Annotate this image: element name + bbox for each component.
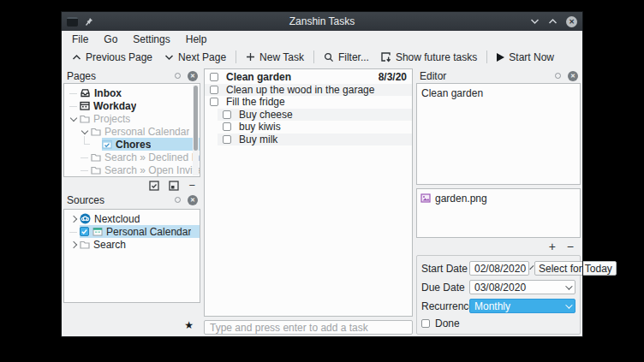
done-row: Done: [421, 317, 575, 329]
next-page-button[interactable]: Next Page: [158, 49, 232, 66]
task-checkbox[interactable]: [210, 86, 218, 94]
folder-icon: [91, 128, 101, 136]
float-panel-icon[interactable]: [555, 73, 561, 79]
editor-text-area[interactable]: Clean garden: [416, 83, 581, 185]
attachment-list[interactable]: garden.png: [416, 188, 581, 238]
sidebar-item-label: Personal Calendar: [101, 126, 189, 138]
chevron-right-icon[interactable]: [69, 212, 80, 225]
folder-icon: [80, 115, 90, 123]
due-date-field[interactable]: 03/08/2020: [469, 280, 575, 294]
titlebar[interactable]: Zanshin Tasks ✕: [62, 12, 582, 31]
chevron-down-icon: [565, 301, 572, 308]
source-item-nextcloud[interactable]: Nextcloud: [64, 212, 200, 225]
task-title: Clean garden: [218, 71, 375, 83]
attachment-item[interactable]: garden.png: [420, 192, 576, 205]
close-panel-icon[interactable]: ✕: [188, 195, 198, 205]
recurrence-label: Recurrence: [421, 300, 469, 312]
pin-icon[interactable]: [84, 17, 93, 27]
source-item-label: Nextcloud: [91, 213, 140, 225]
remove-attachment-button[interactable]: −: [567, 241, 574, 252]
close-panel-icon[interactable]: ✕: [188, 71, 198, 81]
show-future-tasks-button[interactable]: Show future tasks: [375, 49, 483, 66]
start-date-field[interactable]: 02/08/2020: [469, 261, 529, 276]
sidebar-item-inbox[interactable]: Inbox: [64, 86, 200, 99]
task-title: Buy cheese: [231, 109, 407, 121]
toolbar-separator: [236, 50, 236, 63]
chevron-down-icon: [530, 265, 534, 270]
close-button[interactable]: ✕: [566, 16, 577, 27]
branch-guide: [69, 86, 80, 99]
toolbar-separator: [486, 50, 487, 63]
sidebar-item-label: Search » Open Invitations: [101, 164, 200, 176]
task-checkbox[interactable]: [210, 98, 218, 106]
chevron-right-icon[interactable]: [69, 238, 80, 251]
due-date-value: 03/08/2020: [474, 282, 561, 294]
sidebar-item-label: Chores: [112, 139, 151, 151]
pages-scrollbar[interactable]: [193, 85, 199, 175]
task-title: Clean up the wood in the garage: [218, 84, 407, 96]
menu-go[interactable]: Go: [96, 32, 125, 47]
new-task-label: New Task: [259, 51, 304, 63]
sidebar-item-search-open[interactable]: Search » Open Invitations: [64, 163, 200, 176]
task-row[interactable]: Buy milk: [218, 134, 412, 146]
sidebar-item-label: Inbox: [91, 87, 122, 99]
checked-checkbox[interactable]: [80, 227, 89, 236]
chevron-down-icon[interactable]: [69, 112, 80, 125]
previous-page-button[interactable]: Previous Page: [66, 49, 158, 66]
source-item-personal-calendar[interactable]: Personal Calendar: [64, 225, 200, 238]
close-panel-icon[interactable]: ✕: [568, 71, 578, 81]
task-checkbox[interactable]: [223, 135, 231, 144]
calendar-week-icon: [80, 101, 90, 110]
add-task-input[interactable]: [204, 320, 413, 335]
attachment-buttons: + −: [416, 238, 581, 252]
pages-tree: Inbox Workday Projects: [63, 83, 200, 177]
zanshin-window: Zanshin Tasks ✕ File Go Settings Help Pr…: [62, 12, 582, 336]
filter-button[interactable]: Filter...: [318, 49, 375, 66]
add-attachment-button[interactable]: +: [549, 241, 556, 252]
add-context-icon[interactable]: [169, 181, 179, 191]
due-date-row: Due Date 03/08/2020: [421, 280, 575, 294]
task-checkbox[interactable]: [210, 73, 218, 81]
task-checkbox[interactable]: [223, 122, 231, 131]
float-panel-icon[interactable]: [175, 73, 181, 79]
future-tasks-icon: [381, 52, 391, 62]
next-page-label: Next Page: [178, 51, 226, 63]
minimize-button[interactable]: [530, 18, 540, 25]
done-checkbox[interactable]: [421, 319, 430, 328]
maximize-button[interactable]: [548, 18, 558, 25]
recurrence-select[interactable]: Monthly: [469, 299, 575, 313]
sidebar-item-chores[interactable]: Chores: [64, 138, 200, 151]
task-row[interactable]: Clean garden 8/3/20: [205, 71, 412, 84]
pages-panel-title: Pages: [67, 70, 96, 82]
source-item-search[interactable]: Search: [64, 238, 200, 251]
task-row[interactable]: Buy cheese: [218, 109, 412, 122]
branch-guide: [80, 163, 91, 176]
task-row[interactable]: buy kiwis: [218, 121, 412, 134]
menu-help[interactable]: Help: [178, 32, 215, 47]
menu-file[interactable]: File: [64, 32, 96, 47]
folder-icon: [80, 240, 90, 249]
task-title: Buy milk: [231, 134, 407, 145]
task-row[interactable]: Clean up the wood in the garage: [205, 84, 412, 97]
select-for-today-button[interactable]: Select for Today: [534, 261, 617, 276]
task-row[interactable]: Fill the fridge: [205, 96, 412, 109]
start-now-button[interactable]: Start Now: [491, 49, 560, 66]
sources-tree: Nextcloud Personal Calendar: [63, 209, 200, 303]
remove-page-icon[interactable]: −: [188, 181, 195, 190]
play-icon: [497, 53, 504, 62]
menu-settings[interactable]: Settings: [125, 32, 177, 47]
task-checkbox[interactable]: [223, 110, 231, 119]
branch-guide: [69, 225, 80, 238]
start-date-label: Start Date: [421, 263, 469, 275]
sidebar-item-workday[interactable]: Workday: [64, 99, 200, 112]
sidebar-item-projects[interactable]: Projects: [64, 112, 200, 125]
sources-panel-header: Sources ✕: [63, 193, 200, 207]
scrollbar-thumb[interactable]: [194, 86, 198, 151]
source-item-label: Search: [90, 239, 126, 251]
editor-panel-header: Editor ✕: [416, 68, 581, 83]
add-project-icon[interactable]: [149, 181, 159, 191]
sidebar-item-search-declined[interactable]: Search » Declined Invitat...: [64, 151, 200, 163]
bookmark-star-icon[interactable]: ★: [184, 321, 194, 329]
new-task-button[interactable]: New Task: [240, 49, 310, 66]
float-panel-icon[interactable]: [175, 197, 181, 203]
